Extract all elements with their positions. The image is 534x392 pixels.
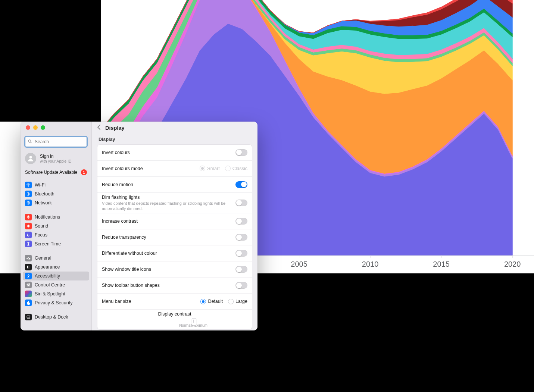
sidebar-item-wifi[interactable]: Wi-Fi [23, 181, 89, 189]
row-reduce-motion: Reduce motion [97, 176, 252, 192]
search-icon [28, 138, 32, 145]
sidebar-item-focus[interactable]: Focus [23, 231, 89, 239]
sidebar-item-control-centre[interactable]: Control Centre [23, 280, 89, 289]
window-minimize-button[interactable] [33, 125, 38, 130]
sidebar-item-notifications[interactable]: Notifications [23, 213, 89, 222]
sidebar-item-label: Privacy & Security [35, 300, 72, 305]
sidebar-item-network[interactable]: Network [23, 198, 89, 207]
sidebar-item-bluetooth[interactable]: Bluetooth [23, 189, 89, 198]
software-update-label: Software Update Available [25, 170, 78, 175]
sidebar: Sign in with your Apple ID Software Upda… [21, 122, 92, 330]
globe-icon [25, 200, 32, 206]
svg-point-17 [28, 285, 29, 286]
row-label: Invert colours [102, 150, 130, 155]
radio-menu-large[interactable]: Large [228, 299, 247, 304]
window-titlebar [21, 122, 91, 134]
row-label: Reduce motion [102, 182, 133, 187]
system-settings-window: Sign in with your Apple ID Software Upda… [21, 122, 257, 330]
row-title-icons: Show window title icons [97, 261, 252, 277]
gear-icon [25, 255, 32, 261]
radio-smart: Smart [200, 166, 219, 171]
sidebar-item-label: Bluetooth [35, 191, 54, 197]
svg-point-6 [28, 140, 31, 142]
x-tick-label: 2015 [433, 260, 450, 268]
window-zoom-button[interactable] [41, 125, 45, 130]
toggle-title-icons[interactable] [235, 266, 247, 273]
sidebar-item-label: Screen Time [35, 241, 61, 247]
sidebar-item-siri-spotlight[interactable]: Siri & Spotlight [23, 289, 89, 298]
sidebar-item-label: Wi-Fi [35, 182, 46, 188]
sidebar-item-label: Control Centre [35, 282, 65, 288]
sidebar-item-label: Network [35, 200, 52, 206]
svg-line-7 [31, 142, 32, 143]
svg-point-16 [27, 284, 28, 285]
row-label: Show toolbar button shapes [102, 283, 160, 288]
svg-rect-20 [27, 316, 30, 318]
search-input[interactable] [34, 139, 84, 145]
row-dim-flashing: Dim flashing lights Video content that d… [97, 192, 252, 213]
signin-title: Sign in [40, 154, 72, 159]
slider-thumb[interactable] [192, 318, 196, 326]
signin-subtitle: with your Apple ID [40, 159, 72, 164]
radio-classic: Classic [225, 166, 247, 171]
row-label: Display contrast [158, 311, 191, 317]
sidebar-item-sound[interactable]: Sound [23, 222, 89, 231]
toggle-reduce-transparency[interactable] [235, 234, 247, 241]
svg-point-19 [27, 292, 30, 296]
speaker-icon [25, 223, 32, 229]
row-invert-colours: Invert colours [97, 145, 252, 160]
svg-point-8 [29, 156, 32, 159]
sidebar-item-accessibility[interactable]: Accessibility [23, 272, 89, 280]
sidebar-item-privacy[interactable]: Privacy & Security [23, 298, 89, 307]
sidebar-item-appearance[interactable]: Appearance [23, 263, 89, 272]
row-menu-bar-size: Menu bar size Default Large [97, 293, 252, 309]
x-tick-label: 2020 [504, 260, 521, 268]
window-close-button[interactable] [26, 125, 30, 130]
section-display-label: Display [99, 137, 251, 142]
display-settings-card: Invert colours Invert colours mode Smart… [97, 144, 252, 330]
sidebar-item-general[interactable]: General [23, 254, 89, 263]
x-tick-label: 2010 [362, 260, 379, 268]
row-label: Increase contrast [102, 219, 138, 224]
row-differentiate-colour: Differentiate without colour [97, 245, 252, 261]
sliders-icon [25, 282, 32, 288]
row-display-contrast: Display contrast Normal Maximum [97, 309, 252, 329]
svg-point-12 [28, 275, 29, 275]
search-field[interactable] [24, 136, 88, 148]
moon-icon [25, 232, 32, 238]
row-label: Differentiate without colour [102, 251, 157, 256]
bluetooth-icon [25, 191, 32, 197]
appearance-icon [25, 264, 32, 270]
toggle-increase-contrast[interactable] [235, 218, 247, 225]
update-badge: 1 [81, 169, 87, 175]
bell-icon [25, 214, 32, 220]
page-title: Display [105, 125, 125, 131]
row-label: Menu bar size [102, 299, 131, 304]
sidebar-item-desktop-dock[interactable]: Desktop & Dock [23, 313, 89, 322]
toggle-reduce-motion[interactable] [235, 181, 247, 188]
row-invert-mode: Invert colours mode Smart Classic [97, 160, 252, 176]
back-button[interactable] [97, 124, 101, 132]
black-region-left [0, 0, 101, 122]
accessibility-icon [25, 273, 32, 279]
toggle-invert-colours[interactable] [235, 149, 247, 156]
main-pane: Display Display Invert colours Invert co… [92, 122, 257, 330]
row-label: Dim flashing lights [102, 195, 235, 200]
row-label: Reduce transparency [102, 235, 146, 240]
siri-icon [25, 291, 32, 297]
toggle-toolbar-shapes[interactable] [235, 282, 247, 289]
wifi-icon [25, 182, 32, 188]
svg-point-9 [28, 186, 28, 186]
signin-row[interactable]: Sign in with your Apple ID [21, 151, 91, 169]
x-tick-label: 2005 [291, 260, 307, 268]
sidebar-item-label: Appearance [35, 264, 60, 270]
row-reduce-transparency: Reduce transparency [97, 229, 252, 245]
sidebar-item-screen-time[interactable]: Screen Time [23, 239, 89, 248]
toggle-dim-flashing[interactable] [235, 200, 247, 206]
radio-menu-default[interactable]: Default [200, 299, 223, 304]
sidebar-item-label: Siri & Spotlight [35, 291, 65, 297]
sidebar-item-label: Accessibility [35, 273, 60, 279]
toggle-differentiate-colour[interactable] [235, 250, 247, 257]
software-update-row[interactable]: Software Update Available 1 [21, 169, 91, 180]
sidebar-item-label: General [35, 255, 51, 261]
